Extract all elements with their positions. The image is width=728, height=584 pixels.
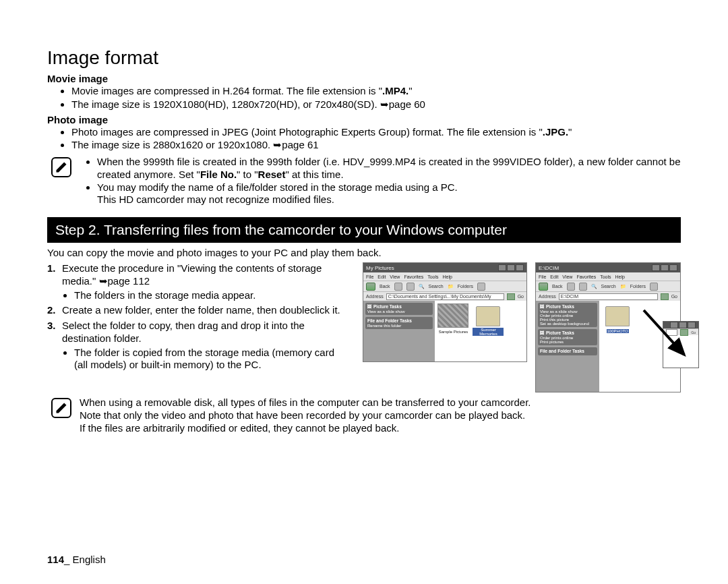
step2-heading: Step 2. Transferring files from the camc… xyxy=(47,217,681,243)
figA-sidepanel: 🖼Picture Tasks View as a slide show File… xyxy=(363,301,435,361)
note1-l2: You may modify the name of a file/folder… xyxy=(97,181,681,207)
movie-b2: The image size is 1920X1080(HD), 1280x72… xyxy=(71,98,681,111)
views-icon xyxy=(477,283,485,291)
picture-icon: 🖼 xyxy=(540,330,545,335)
go-icon xyxy=(507,293,515,300)
step-3: 3. Select the folder to copy, then drag … xyxy=(47,320,351,372)
movie-heading: Movie image xyxy=(47,73,681,84)
figA-content: Sample Pictures Summer Memories xyxy=(435,301,526,361)
figure-dcim: E:\DCIM File Edit View Favorites Tools H… xyxy=(535,262,681,392)
window-controls-icon xyxy=(670,322,696,328)
intro-text: You can copy the movie and photo images … xyxy=(47,247,681,258)
forward-icon xyxy=(567,283,575,291)
step-2: 2. Create a new folder, enter the folder… xyxy=(47,304,351,317)
page-title: Image format xyxy=(47,47,681,69)
note2-l3: If the files are arbitrarily modified or… xyxy=(80,422,531,435)
folder-icon xyxy=(476,306,500,326)
figB-file-tasks: File and Folder Tasks xyxy=(538,347,597,355)
figB-addressbar: Address E:\DCIM Go xyxy=(536,291,680,301)
up-icon xyxy=(406,283,415,291)
back-icon xyxy=(366,283,375,291)
folder-icon xyxy=(605,306,630,326)
go-icon xyxy=(661,293,669,300)
figA-file-tasks: File and Folder Tasks Rename this folder xyxy=(365,317,433,329)
figB-titlebar: E:\DCIM xyxy=(536,263,680,272)
go-icon xyxy=(680,329,688,336)
photo-bullets: Photo images are compressed in JPEG (Joi… xyxy=(47,126,681,152)
note1: When the 9999th file is created in the 9… xyxy=(47,156,681,206)
figB-picture-tasks2: 🖼Picture Tasks Order prints online Print… xyxy=(538,329,597,345)
photo-b1: Photo images are compressed in JPEG (Joi… xyxy=(71,126,681,139)
back-icon xyxy=(539,283,548,291)
window-controls-icon xyxy=(498,264,524,271)
figure-my-pictures: My Pictures File Edit View Favorites Too… xyxy=(363,262,527,362)
figB-ext-window: Go xyxy=(663,321,699,368)
figB-picture-tasks: 🖼Picture Tasks View as a slide show Orde… xyxy=(538,303,597,327)
figB-sidepanel: 🖼Picture Tasks View as a slide show Orde… xyxy=(536,301,599,392)
note2-l1: When using a removable disk, all types o… xyxy=(80,397,531,409)
figA-menubar: File Edit View Favorites Tools Help xyxy=(363,272,526,281)
figB-menubar: File Edit View Favorites Tools Help xyxy=(536,272,680,281)
figA-titlebar: My Pictures xyxy=(363,263,526,272)
movie-b1: Movie images are compressed in H.264 for… xyxy=(71,85,681,98)
note2: When using a removable disk, all types o… xyxy=(47,397,681,434)
picture-icon: 🖼 xyxy=(540,304,545,309)
figB-thumb-100photo: 100PHOTO xyxy=(602,303,633,334)
page-footer: 114_ English xyxy=(47,554,106,565)
steps-list: 1. Execute the procedure in "Viewing the… xyxy=(47,262,351,372)
note2-l2: Note that only the video and photo that … xyxy=(80,409,531,422)
step-3-sub: The folder is copied from the storage me… xyxy=(74,347,351,372)
step-1: 1. Execute the procedure in "Viewing the… xyxy=(47,262,351,301)
figA-toolbar: Back 🔍Search 📁Folders xyxy=(363,281,526,291)
pencil-note-icon xyxy=(51,398,71,418)
photo-heading: Photo image xyxy=(47,114,681,125)
movie-bullets: Movie images are compressed in H.264 for… xyxy=(47,85,681,111)
figA-thumb-summer: Summer Memories xyxy=(473,303,504,337)
note1-l1: When the 9999th file is created in the 9… xyxy=(97,156,681,181)
forward-icon xyxy=(394,283,402,291)
photo-b2: The image size is 2880x1620 or 1920x1080… xyxy=(71,139,681,152)
up-icon xyxy=(579,283,587,291)
window-controls-icon xyxy=(652,264,677,271)
picture-icon: 🖼 xyxy=(367,304,372,309)
figA-picture-tasks: 🖼Picture Tasks View as a slide show xyxy=(365,303,433,315)
step-1-sub: The folders in the storage media appear. xyxy=(74,289,351,302)
views-icon xyxy=(650,283,658,291)
figA-addressbar: Address C:\Documents and Settings\...\My… xyxy=(363,291,526,301)
figA-thumb-sample: Sample Pictures xyxy=(437,303,468,334)
pencil-note-icon xyxy=(51,157,71,177)
figB-toolbar: Back 🔍Search 📁Folders xyxy=(536,281,680,291)
screenshots: My Pictures File Edit View Favorites Too… xyxy=(363,262,681,392)
